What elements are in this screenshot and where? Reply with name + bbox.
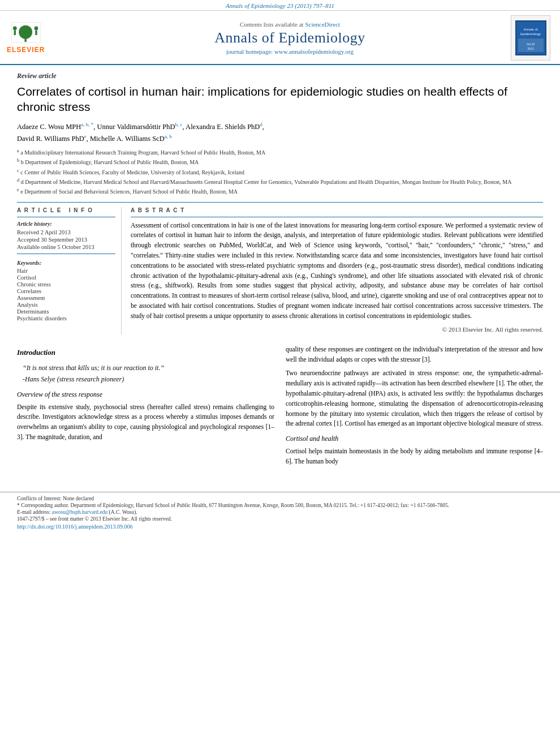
keyword-6: Analysis bbox=[17, 302, 115, 308]
footer: Conflicts of Interest: None declared * C… bbox=[0, 492, 560, 530]
abstract-column: A B S T R A C T Assessment of cortisol c… bbox=[131, 207, 543, 334]
sciencedirect-line: Contents lists available at ScienceDirec… bbox=[240, 21, 340, 28]
journal-header-center: Contents lists available at ScienceDirec… bbox=[75, 15, 505, 61]
body-para-right-3: Cortisol helps maintain homeostasis in t… bbox=[286, 447, 543, 467]
copyright-notice: © 2013 Elsevier Inc. All rights reserved… bbox=[131, 325, 543, 334]
journal-title: Annals of Epidemiology bbox=[214, 29, 365, 46]
svg-text:Vol 23: Vol 23 bbox=[527, 42, 535, 46]
journal-header: ELSEVIER Contents lists available at Sci… bbox=[0, 11, 560, 65]
overview-heading: Overview of the stress response bbox=[17, 389, 274, 400]
keywords-label: Keywords: bbox=[17, 260, 115, 266]
elsevier-tree-icon bbox=[9, 22, 43, 45]
journal-header-right: Annals of Epidemiology Vol 23 2013 bbox=[511, 15, 553, 61]
article-info-heading: A R T I C L E I N F O bbox=[17, 207, 115, 213]
keyword-5: Assessment bbox=[17, 295, 115, 301]
svg-text:2013: 2013 bbox=[527, 47, 533, 50]
svg-rect-4 bbox=[14, 30, 15, 35]
journal-header-left: ELSEVIER bbox=[7, 15, 69, 61]
keyword-7: Determinants bbox=[17, 308, 115, 315]
corresponding-author: * Corresponding author. Department of Ep… bbox=[17, 503, 543, 508]
issn-line: 1047-2797/$ – see front matter © 2013 El… bbox=[17, 516, 543, 522]
keyword-4: Correlates bbox=[17, 288, 115, 294]
affiliation-e: e e Department of Social and Behavioral … bbox=[17, 187, 543, 196]
article-info-column: A R T I C L E I N F O Article history: R… bbox=[17, 207, 122, 334]
affiliation-a: a a Multidisciplinary International Rese… bbox=[17, 148, 543, 157]
authors: Adaeze C. Wosu MPHa, b, *, Unnur Valdima… bbox=[17, 121, 543, 144]
author1-name: Adaeze C. Wosu MPH bbox=[17, 123, 81, 131]
quote-author: -Hans Selye (stress research pioneer) bbox=[23, 374, 274, 385]
top-citation-bar: Annals of Epidemiology 23 (2013) 797–811 bbox=[0, 0, 560, 11]
quote-text: “It is not stress that kills us; it is o… bbox=[23, 363, 274, 374]
elsevier-wordmark: ELSEVIER bbox=[7, 46, 45, 54]
journal-citation: Annals of Epidemiology 23 (2013) 797–811 bbox=[226, 2, 334, 9]
keywords-section: Keywords: Hair Cortisol Chronic stress C… bbox=[17, 260, 115, 321]
article-type: Review article bbox=[17, 72, 543, 80]
svg-point-2 bbox=[19, 25, 32, 39]
body-para-right-2: Two neuroendocrine pathways are activate… bbox=[286, 368, 543, 429]
accepted-date: Accepted 30 September 2013 bbox=[17, 237, 115, 243]
author2-name: , Unnur Valdimarsdóttir PhD bbox=[93, 123, 175, 131]
doi-link[interactable]: http://dx.doi.org/10.1016/j.annepidem.20… bbox=[17, 523, 543, 530]
body-para-1: Despite its extensive study, psychosocia… bbox=[17, 402, 274, 443]
article-content: Review article Correlates of cortisol in… bbox=[0, 65, 560, 482]
svg-text:Annals of: Annals of bbox=[523, 28, 537, 31]
author2-sup: b, c bbox=[175, 122, 183, 127]
svg-point-3 bbox=[13, 27, 17, 31]
abstract-heading: A B S T R A C T bbox=[131, 207, 543, 213]
author3-name: , Alexandra E. Shields PhD bbox=[183, 123, 260, 131]
article-info-abstract: A R T I C L E I N F O Article history: R… bbox=[17, 202, 543, 334]
body-content: Introduction “It is not stress that kill… bbox=[17, 342, 543, 471]
svg-point-5 bbox=[34, 27, 38, 31]
sciencedirect-link[interactable]: ScienceDirect bbox=[305, 21, 340, 28]
conflicts-note: Conflicts of Interest: None declared bbox=[17, 496, 543, 501]
cortisol-health-heading: Cortisol and health bbox=[286, 433, 543, 444]
affiliation-b: b b Department of Epidemiology, Harvard … bbox=[17, 157, 543, 166]
author6-sup: a, b bbox=[165, 134, 172, 139]
cover-icon: Annals of Epidemiology Vol 23 2013 bbox=[515, 20, 546, 55]
affiliation-d: d d Department of Medicine, Harvard Medi… bbox=[17, 177, 543, 186]
body-para-right-1: quality of these responses are contingen… bbox=[286, 345, 543, 365]
elsevier-logo: ELSEVIER bbox=[7, 22, 45, 54]
received-date: Received 2 April 2013 bbox=[17, 229, 115, 235]
author1-sup: a, b, * bbox=[81, 122, 93, 127]
journal-homepage-url[interactable]: www.annalsofepidemiology.org bbox=[274, 48, 354, 55]
keyword-1: Hair bbox=[17, 268, 115, 274]
available-date: Available online 5 October 2013 bbox=[17, 244, 115, 250]
affiliations: a a Multidisciplinary International Rese… bbox=[17, 148, 543, 196]
abstract-text: Assessment of cortisol concentrations in… bbox=[131, 221, 543, 334]
page: Annals of Epidemiology 23 (2013) 797–811 bbox=[0, 0, 560, 747]
intro-heading: Introduction bbox=[17, 347, 274, 358]
email-line: E-mail address: awosu@hsph.harvard.edu (… bbox=[17, 509, 543, 515]
journal-homepage: journal homepage: www.annalsofepidemiolo… bbox=[226, 48, 354, 55]
article-title: Correlates of cortisol in human hair: im… bbox=[17, 84, 543, 115]
keyword-2: Cortisol bbox=[17, 274, 115, 281]
article-history-label: Article history: bbox=[17, 221, 115, 227]
keyword-8: Psychiatric disorders bbox=[17, 315, 115, 321]
affiliation-c: c c Center of Public Health Sciences, Fa… bbox=[17, 168, 543, 177]
abstract-paragraph: Assessment of cortisol concentrations in… bbox=[131, 221, 543, 321]
svg-text:Epidemiology: Epidemiology bbox=[520, 32, 540, 36]
body-right-col: quality of these responses are contingen… bbox=[286, 345, 543, 471]
body-left-col: Introduction “It is not stress that kill… bbox=[17, 345, 274, 471]
email-address[interactable]: awosu@hsph.harvard.edu bbox=[52, 509, 107, 515]
keyword-3: Chronic stress bbox=[17, 281, 115, 287]
author5-name: David R. Williams PhD bbox=[17, 135, 84, 143]
svg-rect-6 bbox=[35, 30, 37, 35]
author6-name: , Michelle A. Williams ScD bbox=[87, 135, 165, 143]
journal-cover-image: Annals of Epidemiology Vol 23 2013 bbox=[511, 15, 550, 61]
